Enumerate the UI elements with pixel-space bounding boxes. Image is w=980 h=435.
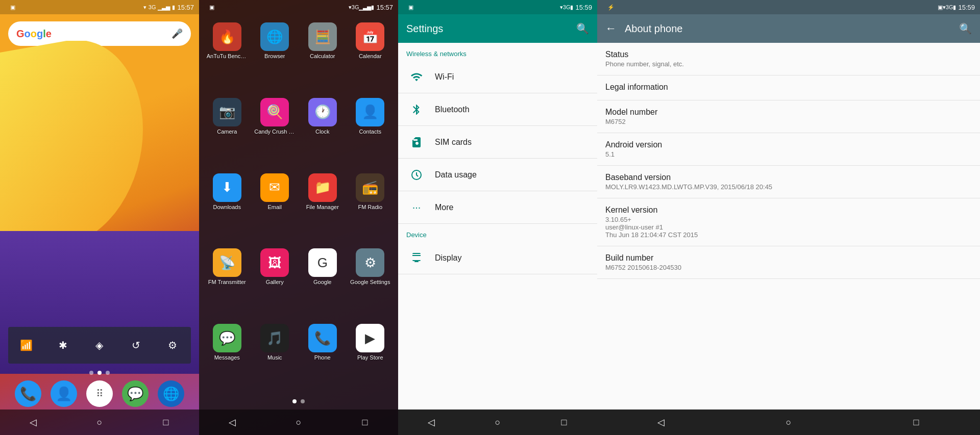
recents-button-home[interactable]: □ xyxy=(153,412,179,432)
home-button-settings[interactable]: ○ xyxy=(485,412,510,432)
about-back-button[interactable]: ← xyxy=(605,22,617,35)
about-item-legal[interactable]: Legal information xyxy=(597,75,980,100)
app-item-phone[interactable]: 📞Phone xyxy=(299,320,347,395)
drawer-dot-1 xyxy=(292,399,297,403)
bg-shapes xyxy=(0,41,199,374)
notif-about-icon: ▣ xyxy=(938,4,943,11)
quick-toggles: 📶 ✱ ◈ ↺ ⚙ xyxy=(8,327,191,364)
section-wireless: Wireless & networks xyxy=(398,43,597,61)
notif-settings-icon: ▣ xyxy=(408,4,413,11)
status-bar-right: ▾ 3G ▁▃▅ ▮ 15:57 xyxy=(143,4,194,11)
sim-card-icon xyxy=(406,132,427,152)
app-item-camera[interactable]: 📷Camera xyxy=(203,94,251,169)
settings-item-more[interactable]: ··· More xyxy=(398,191,597,224)
recents-button-about[interactable]: □ xyxy=(903,412,929,432)
app-item-fmtransmitter[interactable]: 📡FM Transmitter xyxy=(203,244,251,320)
dock-phone[interactable]: 📞 xyxy=(15,380,41,407)
nav-bar-about: ◁ ○ □ xyxy=(597,410,980,435)
app-drawer: ▣ ▾ 3G▁▃▅ ▮ 15:57 🔥AnTuTu Bench...🌐Brows… xyxy=(199,0,398,435)
about-item-android[interactable]: Android version 5.1 xyxy=(597,133,980,166)
app-item-antutubench...[interactable]: 🔥AnTuTu Bench... xyxy=(203,18,251,94)
drawer-dot-2 xyxy=(301,399,305,403)
sim-icon: ▣ xyxy=(10,4,15,11)
about-item-status[interactable]: Status Phone number, signal, etc. xyxy=(597,43,980,75)
app-item-clock[interactable]: 🕐Clock xyxy=(299,94,347,169)
dock-messages[interactable]: 💬 xyxy=(122,380,149,407)
bluetooth-toggle-icon: ✱ xyxy=(59,339,67,351)
dock-apps[interactable]: ⠿ xyxy=(86,380,113,407)
dock-browser[interactable]: 🌐 xyxy=(158,380,184,407)
back-button-settings[interactable]: ◁ xyxy=(419,412,444,432)
settings-item-bluetooth[interactable]: Bluetooth xyxy=(398,93,597,126)
more-icon: ··· xyxy=(406,197,427,218)
settings-item-data[interactable]: Data usage xyxy=(398,159,597,191)
home-button-home[interactable]: ○ xyxy=(87,412,112,432)
drawer-content: ▣ ▾ 3G▁▃▅ ▮ 15:57 🔥AnTuTu Bench...🌐Brows… xyxy=(199,0,398,435)
wifi-status-icon: ▾ xyxy=(143,4,146,11)
settings-item-wifi[interactable]: Wi-Fi xyxy=(398,61,597,93)
sync-toggle[interactable]: ↺ xyxy=(126,335,146,355)
app-item-calendar[interactable]: 📅Calendar xyxy=(347,18,395,94)
about-item-build[interactable]: Build number M6752 20150618-204530 xyxy=(597,246,980,279)
back-button-drawer[interactable]: ◁ xyxy=(219,412,245,432)
app-label-3: Calendar xyxy=(359,53,382,59)
wifi-toggle[interactable]: 📶 xyxy=(16,335,37,355)
app-label-1: Browser xyxy=(264,53,285,59)
app-item-filemanager[interactable]: 📁File Manager xyxy=(299,169,347,245)
dock-phone-icon: 📞 xyxy=(20,386,36,402)
bluetooth-toggle[interactable]: ✱ xyxy=(53,335,73,355)
settings-search-icon[interactable]: 🔍 xyxy=(576,22,589,35)
build-title: Build number xyxy=(605,253,972,263)
app-item-email[interactable]: ✉Email xyxy=(251,169,299,245)
about-phone-panel: ⚡ ▣ ▾ 3G ▮ 15:59 ← About phone 🔍 Status … xyxy=(597,0,980,435)
app-icon-4: 📷 xyxy=(213,98,241,126)
back-button-home[interactable]: ◁ xyxy=(20,412,46,432)
bg-yellow xyxy=(0,41,143,258)
battery-about-icon: ▮ xyxy=(953,4,956,11)
clock-home: 15:57 xyxy=(177,4,194,11)
about-search-icon[interactable]: 🔍 xyxy=(959,22,972,35)
more-label: More xyxy=(435,203,453,212)
recents-button-drawer[interactable]: □ xyxy=(352,412,378,432)
app-icon-13: 🖼 xyxy=(260,248,289,277)
app-item-google[interactable]: GGoogle xyxy=(299,244,347,320)
back-button-about[interactable]: ◁ xyxy=(648,412,674,432)
status-bar-drawer: ▣ ▾ 3G▁▃▅ ▮ 15:57 xyxy=(199,0,398,14)
app-item-contacts[interactable]: 👤Contacts xyxy=(347,94,395,169)
app-item-gallery[interactable]: 🖼Gallery xyxy=(251,244,299,320)
app-item-browser[interactable]: 🌐Browser xyxy=(251,18,299,94)
app-item-googlesettings[interactable]: ⚙Google Settings xyxy=(347,244,395,320)
app-icon-14: G xyxy=(308,248,337,277)
settings-toggle[interactable]: ⚙ xyxy=(162,335,183,355)
app-icon-15: ⚙ xyxy=(356,248,384,277)
about-item-kernel[interactable]: Kernel version 3.10.65+ user@linux-user … xyxy=(597,198,980,246)
app-item-messages[interactable]: 💬Messages xyxy=(203,320,251,395)
signal-drawer-icon: 3G▁▃▅ xyxy=(352,4,372,11)
section-device: Device xyxy=(398,224,597,242)
app-item-downloads[interactable]: ⬇Downloads xyxy=(203,169,251,245)
app-label-7: Contacts xyxy=(359,129,381,135)
wifi-toggle-icon: 📶 xyxy=(20,339,33,351)
settings-item-display[interactable]: Display xyxy=(398,242,597,274)
android-value: 5.1 xyxy=(605,150,972,158)
about-item-baseband[interactable]: Baseband version MOLY.LR9.W1423.MD.LWTG.… xyxy=(597,166,980,198)
app-item-playstore[interactable]: ▶Play Store xyxy=(347,320,395,395)
app-icon-9: ✉ xyxy=(260,173,289,202)
drawer-page-dots xyxy=(199,395,398,410)
dock-contacts[interactable]: 👤 xyxy=(51,380,77,407)
app-item-fmradio[interactable]: 📻FM Radio xyxy=(347,169,395,245)
mic-icon[interactable]: 🎤 xyxy=(172,28,183,39)
app-item-candycrushs...[interactable]: 🍭Candy Crush S... xyxy=(251,94,299,169)
status-bar-home: ▣ ▾ 3G ▁▃▅ ▮ 15:57 xyxy=(0,0,199,14)
dock-browser-icon: 🌐 xyxy=(163,386,179,402)
app-item-calculator[interactable]: 🧮Calculator xyxy=(299,18,347,94)
location-toggle[interactable]: ◈ xyxy=(89,335,110,355)
recents-button-settings[interactable]: □ xyxy=(551,412,577,432)
settings-item-sim[interactable]: SIM cards xyxy=(398,126,597,159)
app-item-music[interactable]: 🎵Music xyxy=(251,320,299,395)
data-usage-icon xyxy=(406,165,427,185)
about-item-model[interactable]: Model number M6752 xyxy=(597,100,980,133)
home-button-about[interactable]: ○ xyxy=(776,412,801,432)
home-screen: ▣ ▾ 3G ▁▃▅ ▮ 15:57 Google 🎤 📶 ✱ ◈ xyxy=(0,0,199,435)
home-button-drawer[interactable]: ○ xyxy=(286,412,311,432)
